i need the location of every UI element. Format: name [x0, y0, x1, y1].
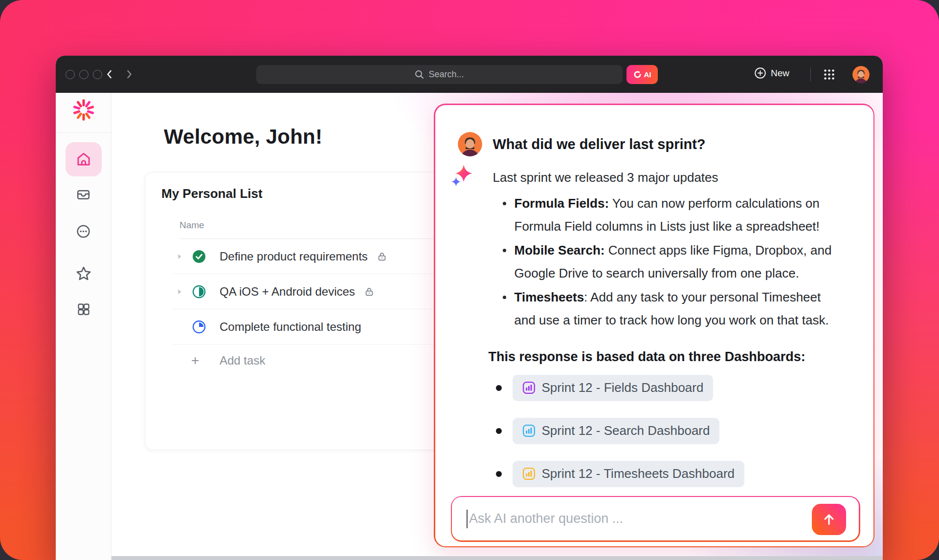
- dashboards-list: Sprint 12 - Fields Dashboard: [496, 375, 745, 504]
- lock-icon: [377, 251, 387, 262]
- zoom-window-icon[interactable]: [93, 70, 102, 79]
- welcome-heading: Welcome, John!: [164, 125, 322, 149]
- dashboard-list-item: Sprint 12 - Search Dashboard: [496, 418, 745, 444]
- task-name[interactable]: Define product requirements: [220, 250, 387, 263]
- bullet-item: Mobile Search: Connect apps like Figma, …: [502, 239, 844, 285]
- close-window-icon[interactable]: [66, 70, 75, 79]
- bar-chart-icon: [522, 381, 536, 394]
- question-avatar: [458, 132, 482, 156]
- send-button[interactable]: [812, 504, 846, 535]
- dashboard-chip[interactable]: Sprint 12 - Timesheets Dashboard: [513, 461, 745, 487]
- sidebar-item-inbox[interactable]: [66, 177, 102, 212]
- task-name[interactable]: QA iOS + Android devices: [220, 285, 375, 299]
- main-content: Welcome, John! My Personal List Name: [112, 93, 883, 560]
- dashboard-chip[interactable]: Sprint 12 - Search Dashboard: [513, 418, 720, 444]
- ai-panel: What did we deliver last sprint?: [434, 104, 874, 547]
- sidebar: [56, 93, 112, 560]
- inbox-icon: [75, 187, 91, 203]
- plus-icon: +: [191, 353, 199, 368]
- bullet-dot: [496, 471, 502, 477]
- traffic-lights[interactable]: [66, 70, 102, 79]
- search-input[interactable]: Search...: [256, 65, 623, 84]
- dashboard-chip[interactable]: Sprint 12 - Fields Dashboard: [513, 375, 714, 401]
- ai-swirl-icon: [633, 70, 642, 79]
- bullet-item: Formula Fields: You can now perform calc…: [502, 192, 844, 238]
- bullet-item: Timesheets: Add any task to your persona…: [502, 286, 844, 332]
- apps-grid-icon[interactable]: [823, 68, 835, 81]
- search-icon: [415, 70, 424, 79]
- lock-icon: [364, 286, 375, 297]
- dashboards-heading: This response is based data on three Das…: [489, 349, 805, 365]
- home-icon: [75, 151, 92, 168]
- expand-caret-icon[interactable]: [177, 254, 183, 260]
- ai-sparkle-icon: [450, 164, 473, 187]
- ai-response-intro: Last sprint we released 3 major updates: [493, 170, 718, 185]
- dashboard-list-item: Sprint 12 - Timesheets Dashboard: [496, 461, 745, 487]
- dashboard-chip-label: Sprint 12 - Fields Dashboard: [542, 380, 704, 395]
- forward-icon[interactable]: [123, 68, 135, 80]
- sidebar-item-dashboards[interactable]: [66, 292, 102, 326]
- app-logo-burst-icon[interactable]: [71, 97, 96, 123]
- dashboard-list-item: Sprint 12 - Fields Dashboard: [496, 375, 745, 401]
- plus-circle-icon: [754, 67, 766, 79]
- new-button[interactable]: New: [754, 67, 789, 79]
- arrow-up-icon: [822, 512, 836, 527]
- text-cursor: [467, 510, 468, 528]
- dashboard-chip-label: Sprint 12 - Search Dashboard: [542, 423, 710, 438]
- bar-chart-icon: [522, 424, 536, 437]
- bar-chart-icon: [522, 467, 536, 480]
- add-task-label: Add task: [220, 354, 265, 367]
- bullet-dot: [496, 428, 502, 434]
- ask-ai-input[interactable]: [469, 511, 859, 526]
- star-icon: [75, 265, 92, 282]
- task-name[interactable]: Complete functional testing: [220, 320, 361, 334]
- sidebar-item-favorites[interactable]: [66, 257, 102, 291]
- minimize-window-icon[interactable]: [79, 70, 89, 79]
- ai-button[interactable]: AI: [626, 65, 658, 84]
- bullet-dot: [496, 385, 502, 391]
- task-row[interactable]: Define product requirements: [145, 239, 457, 274]
- more-dots-circle-icon: [75, 223, 91, 239]
- task-row[interactable]: QA iOS + Android devices: [145, 274, 457, 309]
- name-column-header[interactable]: Name: [179, 220, 204, 231]
- sidebar-divider: [56, 132, 111, 133]
- back-icon[interactable]: [104, 68, 115, 80]
- ai-badge-label: AI: [644, 70, 651, 79]
- dashboard-chip-label: Sprint 12 - Timesheets Dashboard: [542, 466, 735, 481]
- sidebar-item-home[interactable]: [66, 142, 102, 176]
- user-question: What did we deliver last sprint?: [493, 136, 706, 152]
- search-placeholder: Search...: [428, 69, 464, 80]
- sidebar-item-more[interactable]: [66, 214, 102, 248]
- status-half-icon[interactable]: [192, 285, 206, 299]
- window-bottom-strip: [112, 556, 883, 560]
- grid-squares-icon: [76, 302, 91, 317]
- status-complete-icon[interactable]: [192, 250, 206, 263]
- ai-response-bullets: Formula Fields: You can now perform calc…: [502, 192, 844, 333]
- screenshot-stage: Search... AI New: [0, 0, 939, 560]
- window-titlebar: Search... AI New: [56, 56, 883, 93]
- personal-list-card: My Personal List Name: [145, 172, 458, 450]
- task-row[interactable]: Complete functional testing: [145, 309, 457, 345]
- add-task-button[interactable]: + Add task: [145, 345, 457, 377]
- status-quarter-icon[interactable]: [192, 320, 206, 334]
- list-title: My Personal List: [161, 186, 263, 201]
- topbar-separator: [810, 67, 811, 81]
- user-avatar[interactable]: [852, 66, 870, 83]
- ask-ai-inputbox: [451, 496, 860, 542]
- new-button-label: New: [771, 68, 789, 79]
- app-window: Search... AI New: [56, 56, 883, 560]
- expand-caret-icon[interactable]: [177, 289, 183, 295]
